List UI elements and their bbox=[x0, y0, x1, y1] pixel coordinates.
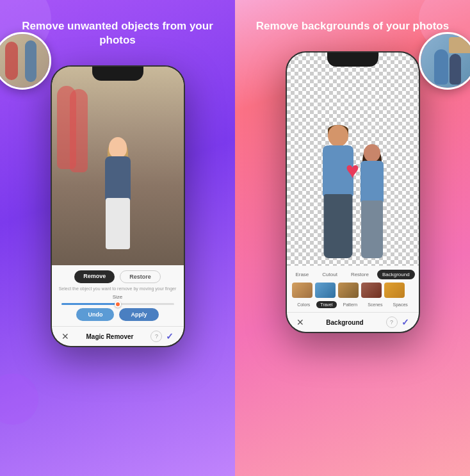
left-panel: Remove unwanted objects from your photos bbox=[0, 0, 235, 476]
remove-button[interactable]: Remove bbox=[74, 270, 115, 283]
erase-tab[interactable]: Erase bbox=[290, 270, 314, 279]
undo-button[interactable]: Undo bbox=[76, 308, 114, 321]
man-head bbox=[328, 125, 348, 147]
phone-notch bbox=[92, 67, 143, 81]
bg-thumb-1[interactable] bbox=[292, 283, 312, 298]
woman-pants bbox=[106, 198, 130, 249]
category-tabs: Colors Travel Pattern Scenes Spaces bbox=[292, 301, 414, 308]
bottom-nav-right: ✕ Background ? ✓ bbox=[287, 312, 419, 332]
heart-icon: ♥ bbox=[346, 157, 359, 184]
ghost-person-2 bbox=[70, 89, 88, 172]
wr-head bbox=[364, 144, 380, 162]
mini-ghost-figure bbox=[5, 42, 18, 80]
phone-screen-right: ♥ Erase Cutout Restore Background bbox=[287, 53, 419, 332]
travel-category[interactable]: Travel bbox=[316, 301, 336, 308]
colors-category[interactable]: Colors bbox=[293, 301, 314, 308]
pattern-category[interactable]: Pattern bbox=[339, 301, 362, 308]
size-slider[interactable] bbox=[58, 303, 177, 305]
couple-cutout: ♥ bbox=[302, 106, 404, 266]
close-icon-left[interactable]: ✕ bbox=[61, 331, 69, 341]
toolbar-right: Erase Cutout Restore Background Colors T… bbox=[287, 266, 419, 312]
phone-screen-left: Remove Restore Select the object you wan… bbox=[52, 67, 184, 346]
bottom-nav-left: ✕ Magic Remover ? ✓ bbox=[52, 326, 184, 346]
mini-woman bbox=[450, 54, 461, 85]
check-icon-right[interactable]: ✓ bbox=[401, 317, 409, 327]
toolbar-left: Remove Restore Select the object you wan… bbox=[52, 265, 184, 326]
phone-notch-right bbox=[327, 53, 378, 67]
circle-preview-right bbox=[419, 32, 470, 90]
right-panel-title: Remove backgrounds of your photos bbox=[256, 19, 449, 33]
spaces-category[interactable]: Spaces bbox=[389, 301, 412, 308]
street-background bbox=[52, 67, 184, 265]
slider-fill bbox=[61, 303, 118, 305]
circle-preview-left bbox=[0, 32, 51, 90]
edit-tabs: Erase Cutout Restore Background bbox=[292, 270, 414, 279]
bg-thumb-5[interactable] bbox=[384, 283, 405, 298]
nav-title-left: Magic Remover bbox=[86, 333, 134, 340]
help-icon-right[interactable]: ? bbox=[386, 316, 398, 328]
nav-title-right: Background bbox=[326, 319, 363, 326]
bg-thumb-2[interactable] bbox=[315, 283, 336, 298]
transparent-bg: ♥ bbox=[287, 53, 419, 266]
woman-body bbox=[105, 156, 131, 201]
mini-man bbox=[434, 49, 448, 85]
mini-woman-figure bbox=[25, 40, 36, 82]
phone-left: Remove Restore Select the object you wan… bbox=[51, 65, 185, 347]
slider-track bbox=[61, 303, 174, 305]
bg-thumb-3[interactable] bbox=[338, 283, 359, 298]
bg-thumb-4[interactable] bbox=[361, 283, 382, 298]
wr-body bbox=[361, 161, 384, 202]
background-tab[interactable]: Background bbox=[377, 270, 415, 279]
cutout-tab[interactable]: Cutout bbox=[317, 270, 343, 279]
woman-head bbox=[109, 137, 127, 158]
action-buttons: Undo Apply bbox=[58, 308, 177, 321]
photo-area-left bbox=[52, 67, 184, 265]
restore-button[interactable]: Restore bbox=[120, 270, 161, 283]
right-panel: Remove backgrounds of your photos bbox=[235, 0, 470, 476]
wr-pants bbox=[361, 201, 383, 258]
background-thumbnails bbox=[292, 283, 414, 298]
close-icon-right[interactable]: ✕ bbox=[296, 317, 304, 327]
phone-right: ♥ Erase Cutout Restore Background bbox=[286, 51, 420, 333]
woman-figure bbox=[89, 137, 147, 265]
slider-thumb[interactable] bbox=[115, 301, 121, 308]
scenes-category[interactable]: Scenes bbox=[364, 301, 386, 308]
tool-buttons-row: Remove Restore bbox=[58, 270, 177, 283]
check-icon-left[interactable]: ✓ bbox=[166, 331, 174, 341]
man-pants bbox=[324, 194, 353, 258]
size-hint: Select the object you want to remove by … bbox=[58, 286, 177, 291]
size-label: Size bbox=[58, 294, 177, 300]
colosseum-thumbnail bbox=[449, 37, 470, 53]
help-icon-left[interactable]: ? bbox=[150, 331, 162, 342]
decorative-blob-2 bbox=[0, 373, 38, 425]
apply-button[interactable]: Apply bbox=[119, 308, 158, 321]
restore-tab[interactable]: Restore bbox=[346, 270, 374, 279]
